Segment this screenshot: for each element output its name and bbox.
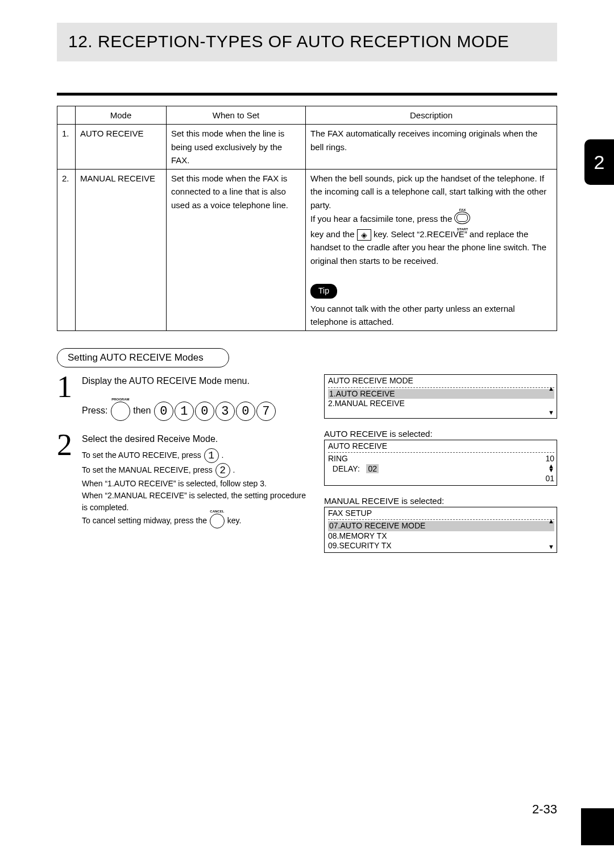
- then-label: then: [133, 406, 151, 415]
- table-row: 2. MANUAL RECEIVE Set this mode when the…: [57, 170, 557, 331]
- row2-desc-p1: When the bell sounds, pick up the handse…: [310, 173, 546, 210]
- cancel-key-icon: CANCEL: [210, 514, 225, 528]
- digit-key: 0: [236, 402, 255, 421]
- up-arrow-icon: ▲: [548, 385, 554, 393]
- step-2-text: Select the desired Receive Mode.: [82, 434, 218, 444]
- d2-delay-l: DELAY:: [333, 464, 360, 473]
- step-2: 2 Select the desired Receive Mode. To se…: [57, 432, 307, 528]
- digit-key: 1: [175, 402, 194, 421]
- down-arrow-icon: ▼: [548, 409, 554, 417]
- step-1-body: Display the AUTO RECEIVE Mode menu. Pres…: [82, 374, 307, 421]
- step-2-body: Select the desired Receive Mode. To set …: [82, 432, 307, 528]
- heavy-rule: [57, 93, 557, 96]
- s2-cancel-b: key.: [227, 516, 242, 525]
- program-key-icon: PROGRAM: [111, 402, 130, 421]
- d2-ring-l: RING: [328, 454, 348, 464]
- start-key-icon: ◈: [357, 229, 371, 241]
- tip-text: You cannot talk with the other party unl…: [310, 304, 515, 326]
- steps-column: 1 Display the AUTO RECEIVE Mode menu. Pr…: [57, 374, 307, 563]
- digit-key: 3: [215, 402, 235, 421]
- cancel-key-label: CANCEL: [210, 509, 224, 514]
- d2-title: AUTO RECEIVE: [328, 441, 387, 450]
- table-row: 1. AUTO RECEIVE Set this mode when the l…: [57, 125, 557, 170]
- digit-key-1: 1: [204, 448, 219, 463]
- row1-desc: The FAX automatically receives incoming …: [306, 125, 557, 170]
- d3-title: FAX SETUP: [328, 509, 372, 518]
- updown-arrow-icon: ▲▼: [548, 464, 554, 474]
- display-1-box: AUTO RECEIVE MODE 1.AUTO RECEIVE 2.MANUA…: [324, 374, 557, 419]
- chapter-tab: 2: [584, 139, 614, 185]
- page-title: 12. RECEPTION-TYPES OF AUTO RECEPTION MO…: [68, 32, 546, 51]
- down-arrow-icon: ▼: [548, 543, 554, 551]
- d1-highlight: 1.AUTO RECEIVE: [328, 389, 554, 399]
- title-band: 12. RECEPTION-TYPES OF AUTO RECEPTION MO…: [57, 23, 557, 61]
- row2-desc-p3a: key and the: [310, 229, 357, 239]
- footer-tab: [581, 808, 614, 845]
- table-header-row: Mode When to Set Description: [57, 106, 557, 125]
- modes-table: Mode When to Set Description 1. AUTO REC…: [57, 106, 557, 331]
- digit-key: 0: [154, 402, 173, 421]
- subheading-pill: Setting AUTO RECEIVE Modes: [57, 348, 229, 367]
- d2-label: AUTO RECEIVE is selected:: [324, 429, 557, 439]
- dot: .: [222, 450, 224, 460]
- step-1: 1 Display the AUTO RECEIVE Mode menu. Pr…: [57, 374, 307, 421]
- digit-key: 0: [195, 402, 214, 421]
- displays-column: AUTO RECEIVE MODE 1.AUTO RECEIVE 2.MANUA…: [324, 374, 557, 563]
- header-mode: Mode: [76, 106, 167, 125]
- display-1: AUTO RECEIVE MODE 1.AUTO RECEIVE 2.MANUA…: [324, 374, 557, 419]
- d3-l3: 09.SECURITY TX: [328, 541, 392, 550]
- d1-line2: 2.MANUAL RECEIVE: [328, 399, 405, 408]
- s2-line3: When “1.AUTO RECEIVE” is selected, follo…: [82, 479, 267, 488]
- digit-key: 7: [256, 402, 276, 421]
- row1-num: 1.: [57, 125, 76, 170]
- display-3-box: FAX SETUP 07.AUTO RECEIVE MODE 08.MEMORY…: [324, 507, 557, 553]
- up-arrow-icon: ▲: [548, 518, 554, 526]
- d2-foot: 01: [545, 474, 554, 484]
- step-1-number: 1: [57, 374, 82, 421]
- row2-desc: When the bell sounds, pick up the handse…: [306, 170, 557, 331]
- row2-num: 2.: [57, 170, 76, 331]
- display-2-box: AUTO RECEIVE RING 10 DELAY: 02 ▲▼ 01: [324, 440, 557, 486]
- d3-highlight: 07.AUTO RECEIVE MODE: [328, 521, 554, 531]
- row2-desc-p2a: If you hear a facsimile tone, press the: [310, 214, 454, 224]
- tip-badge: Tip: [310, 284, 337, 299]
- digit-key-2: 2: [215, 463, 230, 478]
- chapter-tab-label: 2: [594, 151, 605, 173]
- row2-mode: MANUAL RECEIVE: [76, 170, 167, 331]
- fax-key-icon: FAX START: [454, 212, 470, 228]
- d1-title: AUTO RECEIVE MODE: [328, 376, 413, 385]
- step-2-details: To set the AUTO RECEIVE, press 1 . To se…: [82, 448, 307, 528]
- press-label: Press:: [82, 406, 107, 415]
- dot2: .: [233, 465, 235, 474]
- s2-line4: When “2.MANUAL RECEIVE” is selected, the…: [82, 491, 306, 512]
- display-2: AUTO RECEIVE is selected: AUTO RECEIVE R…: [324, 429, 557, 486]
- d2-delay-v: 02: [366, 464, 379, 473]
- page: 2 12. RECEPTION-TYPES OF AUTO RECEPTION …: [0, 0, 614, 845]
- s2-cancel-a: To cancel setting midway, press the: [82, 516, 209, 525]
- s2-man-a: To set the MANUAL RECEIVE, press: [82, 465, 215, 474]
- header-when: When to Set: [167, 106, 306, 125]
- row1-when: Set this mode when the line is being use…: [167, 125, 306, 170]
- page-number: 2-33: [57, 802, 557, 817]
- fax-label-top: FAX: [459, 208, 466, 212]
- steps-columns: 1 Display the AUTO RECEIVE Mode menu. Pr…: [57, 374, 557, 563]
- step-1-text: Display the AUTO RECEIVE Mode menu.: [82, 376, 250, 386]
- d3-l2: 08.MEMORY TX: [328, 531, 387, 540]
- header-desc: Description: [306, 106, 557, 125]
- d3-label: MANUAL RECEIVE is selected:: [324, 496, 557, 506]
- s2-auto-a: To set the AUTO RECEIVE, press: [82, 450, 204, 460]
- header-blank: [57, 106, 76, 125]
- program-key-label: PROGRAM: [111, 397, 129, 402]
- row2-when: Set this mode when the FAX is connected …: [167, 170, 306, 331]
- display-3: MANUAL RECEIVE is selected: FAX SETUP 07…: [324, 496, 557, 553]
- fax-label-bottom: START: [457, 228, 468, 231]
- row1-mode: AUTO RECEIVE: [76, 125, 167, 170]
- step-2-number: 2: [57, 432, 82, 528]
